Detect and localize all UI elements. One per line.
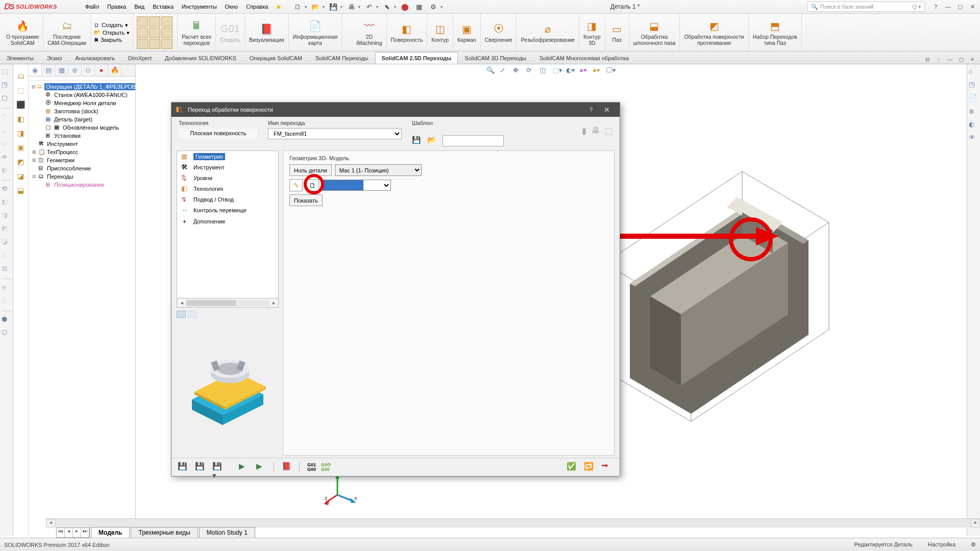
tree-tool[interactable]: 🛠Инструмент xyxy=(30,140,134,148)
st-icon-7[interactable]: ◩ xyxy=(15,156,27,167)
tabs-x-icon[interactable]: ✕ xyxy=(968,57,977,64)
tabs-collapse-icon[interactable]: ⊟ xyxy=(923,57,932,64)
thumb-1[interactable] xyxy=(177,311,186,318)
btab-first-icon[interactable]: ⏮ xyxy=(57,528,65,537)
ft-g00-icon[interactable]: G0⟳G00 xyxy=(321,463,331,472)
tab-solidcam-3d[interactable]: SolidCAM 3D Переходы xyxy=(458,52,533,64)
menu-help[interactable]: Справка xyxy=(242,2,272,12)
tabs-max-icon[interactable]: ▢ xyxy=(957,57,966,64)
vt-iso-icon[interactable]: ⬚▾ xyxy=(553,66,563,76)
dlg-hdr-icon2[interactable]: 🖶 xyxy=(592,126,600,135)
nav-geometry[interactable]: ▦Геометрия xyxy=(177,151,278,162)
lt-icon-1[interactable]: ⬚ xyxy=(2,67,12,78)
lt-icon-14[interactable]: ⬯ xyxy=(2,251,12,261)
lt-icon-2[interactable]: ◳ xyxy=(2,81,12,91)
menu-tools[interactable]: Инструменты xyxy=(178,2,220,12)
rt-sheet-icon[interactable]: 📄 xyxy=(969,94,979,104)
tabs-min-icon[interactable]: ▫ xyxy=(934,57,943,64)
thumb-2[interactable] xyxy=(188,311,197,318)
tree-updated[interactable]: ▢▦Обновлённая модель xyxy=(30,123,134,132)
ft-gcode-icon[interactable]: 📕 xyxy=(282,462,294,473)
close-icon[interactable]: ✕ xyxy=(967,2,978,11)
ft-ok-icon[interactable]: ✅ xyxy=(567,462,579,473)
ribbon-3dcontour[interactable]: ◨Контур 3D xyxy=(579,14,605,51)
dialog-help-icon[interactable]: ? xyxy=(584,107,598,113)
vt-screen-icon[interactable]: 🖵▾ xyxy=(606,66,616,76)
ribbon-open[interactable]: 📂 Открыть ▾ xyxy=(94,29,130,36)
lt-icon-6[interactable]: ⬭ xyxy=(2,139,12,149)
ft-apply-icon[interactable]: 🔁 xyxy=(584,462,596,473)
lt-icon-16[interactable]: ◈ xyxy=(2,283,12,293)
help-icon[interactable]: ? xyxy=(930,2,941,11)
lt-icon-17[interactable]: ◇ xyxy=(2,296,12,307)
bottom-tab-3dviews[interactable]: Трехмерные виды xyxy=(131,527,198,538)
tab-solidcam-tr[interactable]: SolidCAM Переходы xyxy=(309,52,375,64)
tree-target[interactable]: ▦Деталь (target) xyxy=(30,115,134,123)
lt-icon-10[interactable]: ◧ xyxy=(2,198,12,208)
ribbon-2d[interactable]: 〰2D iMachining xyxy=(352,14,386,51)
ribbon-slot[interactable]: ▭Паз xyxy=(605,14,629,51)
tab-solidcam-multi[interactable]: SolidCAM Многоосевая обработка xyxy=(533,52,635,64)
options-icon[interactable]: ▦ xyxy=(413,2,425,11)
tab-dimxpert[interactable]: DimXpert xyxy=(121,52,158,64)
nav-leadin[interactable]: ↯Подвод / Отвод xyxy=(177,194,278,205)
print-icon[interactable]: 🖶 xyxy=(346,2,357,11)
vt-fit-icon[interactable]: ⤢ xyxy=(500,66,510,76)
select-icon[interactable]: ⬉ xyxy=(381,2,393,11)
vt-orbit-icon[interactable]: ⟳ xyxy=(526,66,536,76)
tree-tab-7[interactable]: 🔥 xyxy=(108,64,121,76)
ft-save-icon[interactable]: 💾 xyxy=(178,462,190,473)
tree-tab-6[interactable]: ● xyxy=(95,64,108,76)
edit-geometry-button[interactable]: ✎ xyxy=(289,179,303,191)
nav-technology[interactable]: ◧Технология xyxy=(177,183,278,194)
st-icon-5[interactable]: ◨ xyxy=(15,128,27,139)
ribbon-recent[interactable]: 🗂Последние САМ-Операции xyxy=(43,14,91,51)
ribbon-cube-grid[interactable] xyxy=(133,14,178,51)
tab-analyze[interactable]: Анализировать xyxy=(68,52,121,64)
rt-layers-icon[interactable]: ≣ xyxy=(969,107,979,117)
tree-tab-4[interactable]: ⊕ xyxy=(68,64,82,76)
ribbon-thread[interactable]: ⌀Резьбофрезерование xyxy=(517,14,579,51)
maximize-icon[interactable]: ▢ xyxy=(954,2,966,11)
nav-tool[interactable]: 🛠Инструмент xyxy=(177,162,278,172)
st-icon-2[interactable]: ⬚ xyxy=(15,85,27,96)
lt-icon-4[interactable]: ◠ xyxy=(2,113,12,123)
search-input[interactable]: 🔍 Поиск в базе знанийQ ▾ xyxy=(807,2,925,12)
lt-icon-19[interactable]: ⬡ xyxy=(2,329,12,339)
tree-geom[interactable]: ⊞◫Геометрии xyxy=(30,156,134,164)
gear-icon[interactable]: ⚙ xyxy=(428,2,439,11)
rebuild-icon[interactable]: ⬤ xyxy=(399,2,410,11)
geometry-select[interactable] xyxy=(322,180,391,191)
nav-hscroll[interactable]: ◂▸ xyxy=(177,298,279,308)
tab-elements[interactable]: Элементы xyxy=(0,52,40,64)
vt-pan-icon[interactable]: ✥ xyxy=(513,66,523,76)
ribbon-about[interactable]: 🔥О программе SolidCAM xyxy=(2,14,43,51)
tree-fixture[interactable]: ⊟Приспособление xyxy=(30,164,134,172)
tree-tab-2[interactable]: ▤ xyxy=(42,64,55,76)
ribbon-slotset[interactable]: ⬒Набор Переходов типа Паз xyxy=(749,14,802,51)
ribbon-contour[interactable]: ◫Контур xyxy=(427,14,453,51)
lt-icon-11[interactable]: ◨ xyxy=(2,211,12,221)
ft-savecalc-icon[interactable]: 💾 xyxy=(195,462,207,473)
menu-view[interactable]: Вид xyxy=(131,2,148,12)
ribbon-info[interactable]: 📄Информационная карта xyxy=(289,14,342,51)
ribbon-drill[interactable]: ⦿Сверление xyxy=(481,14,517,51)
tab-sketch[interactable]: Эскиз xyxy=(40,52,68,64)
lt-icon-12[interactable]: ◩ xyxy=(2,224,12,235)
menu-file[interactable]: Файл xyxy=(82,2,103,12)
st-icon-8[interactable]: ◪ xyxy=(15,170,27,182)
st-icon-9[interactable]: ⬓ xyxy=(15,185,27,196)
tree-zero[interactable]: ⦿Менеджер Ноля детали xyxy=(30,99,134,107)
nav-motion[interactable]: ↔Контроль перемеще xyxy=(177,205,278,215)
ribbon-face[interactable]: ◧Поверхность xyxy=(387,14,428,51)
ribbon-create[interactable]: 🗋 Создать ▾ xyxy=(94,22,130,28)
ribbon-calc[interactable]: 🖩Расчет всех переходов xyxy=(178,14,216,51)
name-dropdown[interactable]: FM_facemill1 xyxy=(268,128,402,139)
status-custom[interactable]: Настройка xyxy=(928,541,955,548)
open-icon[interactable]: 📂 xyxy=(310,2,321,11)
dlg-hdr-icon3[interactable]: ⬚ xyxy=(605,126,612,136)
tree-tab-1[interactable]: ◉ xyxy=(29,64,42,76)
ribbon-close[interactable]: ✖ Закрыть xyxy=(94,37,130,43)
bottom-tab-motion[interactable]: Motion Study 1 xyxy=(199,527,255,538)
tab-solidcam-25d[interactable]: SolidCAM 2.5D Переходы xyxy=(375,52,458,64)
